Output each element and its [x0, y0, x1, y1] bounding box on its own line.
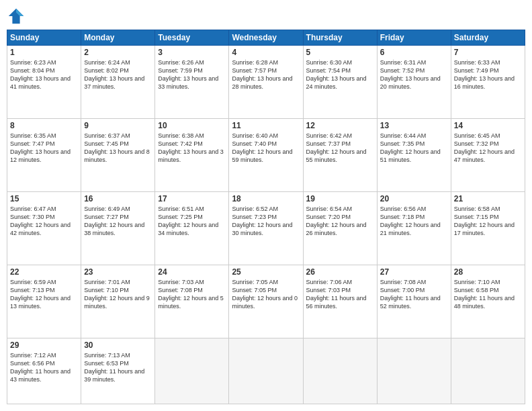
day-number: 25 [232, 267, 300, 277]
day-info: Sunrise: 6:54 AMSunset: 7:20 PMDaylight:… [306, 205, 374, 238]
day-number: 16 [84, 194, 152, 203]
day-info: Sunrise: 6:51 AMSunset: 7:25 PMDaylight:… [158, 205, 226, 238]
day-info: Sunrise: 6:28 AMSunset: 7:57 PMDaylight:… [232, 58, 300, 91]
day-number: 22 [10, 267, 78, 277]
calendar-cell: 12Sunrise: 6:42 AMSunset: 7:37 PMDayligh… [303, 118, 377, 191]
day-number: 7 [454, 48, 522, 57]
calendar-cell: 29Sunrise: 7:12 AMSunset: 6:56 PMDayligh… [7, 338, 81, 404]
day-number: 14 [454, 121, 522, 130]
calendar-cell: 13Sunrise: 6:44 AMSunset: 7:35 PMDayligh… [377, 118, 451, 191]
day-number: 12 [306, 121, 374, 130]
day-info: Sunrise: 6:47 AMSunset: 7:30 PMDaylight:… [10, 205, 78, 238]
day-info: Sunrise: 6:42 AMSunset: 7:37 PMDaylight:… [306, 132, 374, 165]
calendar-cell: 3Sunrise: 6:26 AMSunset: 7:59 PMDaylight… [155, 46, 229, 119]
calendar-cell: 23Sunrise: 7:01 AMSunset: 7:10 PMDayligh… [81, 265, 155, 338]
calendar-cell: 9Sunrise: 6:37 AMSunset: 7:45 PMDaylight… [81, 118, 155, 191]
day-number: 18 [232, 194, 300, 203]
day-number: 23 [84, 267, 152, 277]
logo-icon [7, 7, 26, 26]
calendar-cell: 10Sunrise: 6:38 AMSunset: 7:42 PMDayligh… [155, 118, 229, 191]
day-info: Sunrise: 6:35 AMSunset: 7:47 PMDaylight:… [10, 132, 78, 165]
calendar-header-row: SundayMondayTuesdayWednesdayThursdayFrid… [7, 30, 525, 46]
weekday-header: Tuesday [155, 30, 229, 46]
day-info: Sunrise: 6:30 AMSunset: 7:54 PMDaylight:… [306, 58, 374, 91]
calendar-table: SundayMondayTuesdayWednesdayThursdayFrid… [7, 30, 525, 404]
day-info: Sunrise: 6:40 AMSunset: 7:40 PMDaylight:… [232, 132, 300, 165]
day-number: 13 [380, 121, 448, 130]
day-info: Sunrise: 6:59 AMSunset: 7:13 PMDaylight:… [10, 278, 78, 311]
day-number: 28 [454, 267, 522, 277]
day-info: Sunrise: 6:49 AMSunset: 7:27 PMDaylight:… [84, 205, 152, 238]
weekday-header: Wednesday [229, 30, 303, 46]
header [7, 7, 525, 26]
day-info: Sunrise: 7:08 AMSunset: 7:00 PMDaylight:… [380, 278, 448, 311]
calendar-cell: 14Sunrise: 6:45 AMSunset: 7:32 PMDayligh… [451, 118, 525, 191]
calendar-cell: 21Sunrise: 6:58 AMSunset: 7:15 PMDayligh… [451, 191, 525, 265]
calendar-cell: 18Sunrise: 6:52 AMSunset: 7:23 PMDayligh… [229, 191, 303, 265]
day-info: Sunrise: 7:05 AMSunset: 7:05 PMDaylight:… [232, 278, 300, 311]
calendar-cell: 2Sunrise: 6:24 AMSunset: 8:02 PMDaylight… [81, 46, 155, 119]
calendar-cell: 5Sunrise: 6:30 AMSunset: 7:54 PMDaylight… [303, 46, 377, 119]
day-number: 27 [380, 267, 448, 277]
calendar-cell [155, 338, 229, 404]
day-number: 3 [158, 48, 226, 57]
day-info: Sunrise: 7:03 AMSunset: 7:08 PMDaylight:… [158, 278, 226, 311]
calendar-cell: 19Sunrise: 6:54 AMSunset: 7:20 PMDayligh… [303, 191, 377, 265]
calendar-cell: 28Sunrise: 7:10 AMSunset: 6:58 PMDayligh… [451, 265, 525, 338]
day-info: Sunrise: 6:33 AMSunset: 7:49 PMDaylight:… [454, 58, 522, 91]
day-info: Sunrise: 6:31 AMSunset: 7:52 PMDaylight:… [380, 58, 448, 91]
calendar-cell: 16Sunrise: 6:49 AMSunset: 7:27 PMDayligh… [81, 191, 155, 265]
calendar-cell: 27Sunrise: 7:08 AMSunset: 7:00 PMDayligh… [377, 265, 451, 338]
day-number: 2 [84, 48, 152, 57]
calendar-week-row: 15Sunrise: 6:47 AMSunset: 7:30 PMDayligh… [7, 191, 525, 265]
day-number: 19 [306, 194, 374, 203]
calendar-cell: 24Sunrise: 7:03 AMSunset: 7:08 PMDayligh… [155, 265, 229, 338]
day-number: 15 [10, 194, 78, 203]
weekday-header: Monday [81, 30, 155, 46]
calendar-cell: 30Sunrise: 7:13 AMSunset: 6:53 PMDayligh… [81, 338, 155, 404]
weekday-header: Sunday [7, 30, 81, 46]
calendar-cell: 22Sunrise: 6:59 AMSunset: 7:13 PMDayligh… [7, 265, 81, 338]
day-number: 17 [158, 194, 226, 203]
calendar-cell: 25Sunrise: 7:05 AMSunset: 7:05 PMDayligh… [229, 265, 303, 338]
day-number: 26 [306, 267, 374, 277]
calendar-cell: 11Sunrise: 6:40 AMSunset: 7:40 PMDayligh… [229, 118, 303, 191]
day-info: Sunrise: 6:37 AMSunset: 7:45 PMDaylight:… [84, 132, 152, 165]
calendar-cell: 4Sunrise: 6:28 AMSunset: 7:57 PMDaylight… [229, 46, 303, 119]
day-info: Sunrise: 6:52 AMSunset: 7:23 PMDaylight:… [232, 205, 300, 238]
day-info: Sunrise: 7:06 AMSunset: 7:03 PMDaylight:… [306, 278, 374, 311]
day-number: 6 [380, 48, 448, 57]
day-info: Sunrise: 7:12 AMSunset: 6:56 PMDaylight:… [10, 351, 78, 384]
logo [7, 7, 28, 26]
calendar-cell: 26Sunrise: 7:06 AMSunset: 7:03 PMDayligh… [303, 265, 377, 338]
weekday-header: Thursday [303, 30, 377, 46]
day-info: Sunrise: 6:44 AMSunset: 7:35 PMDaylight:… [380, 132, 448, 165]
calendar-cell: 6Sunrise: 6:31 AMSunset: 7:52 PMDaylight… [377, 46, 451, 119]
page: SundayMondayTuesdayWednesdayThursdayFrid… [0, 0, 532, 411]
day-info: Sunrise: 6:38 AMSunset: 7:42 PMDaylight:… [158, 132, 226, 165]
day-info: Sunrise: 6:56 AMSunset: 7:18 PMDaylight:… [380, 205, 448, 238]
calendar-cell [303, 338, 377, 404]
calendar-cell [229, 338, 303, 404]
day-number: 4 [232, 48, 300, 57]
day-info: Sunrise: 6:24 AMSunset: 8:02 PMDaylight:… [84, 58, 152, 91]
calendar-cell: 1Sunrise: 6:23 AMSunset: 8:04 PMDaylight… [7, 46, 81, 119]
calendar-week-row: 22Sunrise: 6:59 AMSunset: 7:13 PMDayligh… [7, 265, 525, 338]
day-number: 24 [158, 267, 226, 277]
calendar-cell [451, 338, 525, 404]
day-number: 29 [10, 340, 78, 350]
day-info: Sunrise: 6:58 AMSunset: 7:15 PMDaylight:… [454, 205, 522, 238]
calendar-cell: 8Sunrise: 6:35 AMSunset: 7:47 PMDaylight… [7, 118, 81, 191]
calendar-week-row: 29Sunrise: 7:12 AMSunset: 6:56 PMDayligh… [7, 338, 525, 404]
weekday-header: Saturday [451, 30, 525, 46]
day-number: 1 [10, 48, 78, 57]
calendar-cell: 7Sunrise: 6:33 AMSunset: 7:49 PMDaylight… [451, 46, 525, 119]
calendar-cell: 20Sunrise: 6:56 AMSunset: 7:18 PMDayligh… [377, 191, 451, 265]
weekday-header: Friday [377, 30, 451, 46]
calendar-week-row: 1Sunrise: 6:23 AMSunset: 8:04 PMDaylight… [7, 46, 525, 119]
day-info: Sunrise: 6:23 AMSunset: 8:04 PMDaylight:… [10, 58, 78, 91]
day-info: Sunrise: 7:10 AMSunset: 6:58 PMDaylight:… [454, 278, 522, 311]
day-number: 20 [380, 194, 448, 203]
day-number: 5 [306, 48, 374, 57]
day-number: 30 [84, 340, 152, 350]
